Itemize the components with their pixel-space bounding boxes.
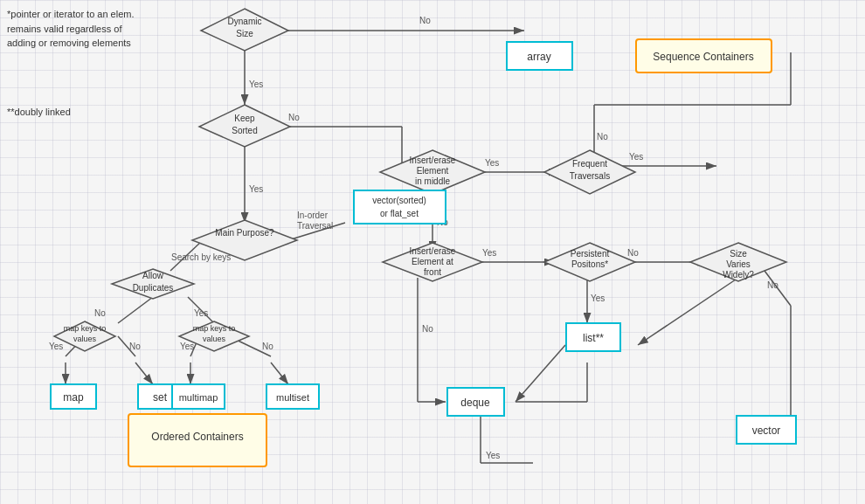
label-no-freq: No: [597, 132, 608, 142]
label-no-map2: No: [262, 342, 273, 351]
label-size1: Size: [730, 249, 747, 259]
label-yes-persist: Yes: [591, 293, 605, 303]
svg-line-18: [271, 362, 288, 384]
label-vsorted2: or flat_set: [380, 209, 419, 218]
label-set: set: [153, 391, 168, 404]
label-dup-l2: Duplicates: [133, 283, 174, 293]
label-mapkl1: map keys to: [64, 324, 107, 333]
pointer-note: *pointer or iterator to an elem. remains…: [7, 7, 142, 51]
label-main1: Main Purpose?: [215, 228, 274, 238]
label-keep1: Keep: [234, 114, 255, 123]
svg-line-38: [516, 345, 565, 402]
label-deque: deque: [460, 397, 490, 409]
flowchart-svg: In-order Traversal Search by keys: [0, 0, 865, 504]
label-ins-fr2: Element at: [412, 257, 453, 266]
label-size2: Varies: [726, 259, 751, 269]
label-freq1: Frequent: [572, 159, 607, 169]
label-yes-keep: Yes: [249, 184, 263, 194]
label-mapkr1: map keys to: [193, 324, 236, 333]
label-yes-freq: Yes: [629, 152, 643, 162]
label-yes-map2: Yes: [180, 342, 194, 351]
label-yes-deque: Yes: [486, 451, 500, 460]
svg-line-32: [638, 278, 738, 345]
label-dup-l1: Allow: [142, 271, 164, 280]
label-yes-dup1: Yes: [194, 308, 208, 318]
label-map: map: [63, 391, 84, 404]
label-no-size: No: [767, 280, 778, 290]
label-freq2: Traversals: [570, 171, 610, 181]
svg-line-9: [118, 297, 153, 323]
label-vector: vector: [752, 425, 781, 437]
label-inorder: In-order: [297, 211, 329, 220]
label-vsorted1: vector(sorted): [372, 196, 426, 205]
label-multiset: multiset: [276, 392, 309, 403]
label-size3: Widely?: [723, 270, 754, 280]
label-ins-fr3: front: [424, 267, 441, 277]
label-dynamic2: Size: [236, 29, 253, 38]
label-traversal: Traversal: [297, 221, 333, 231]
flowchart-canvas: In-order Traversal Search by keys: [0, 0, 865, 504]
label-no-map1: No: [129, 342, 141, 351]
doubly-linked-note: **doubly linked: [7, 105, 71, 120]
label-multimap: multimap: [179, 392, 218, 403]
label-sequence: Sequence Containers: [653, 51, 753, 63]
svg-line-16: [135, 362, 153, 384]
label-no-persist: No: [627, 248, 639, 258]
label-keep2: Sorted: [232, 126, 257, 135]
label-mapkr2: values: [203, 335, 226, 343]
label-ins-fr1: Insert/erase: [410, 246, 456, 256]
label-no-keep: No: [288, 113, 300, 122]
label-persist1: Persistent: [571, 249, 610, 259]
label-ins-mid3: in middle: [415, 176, 450, 186]
label-dynamic1: Dynamic: [228, 17, 262, 26]
label-yes-map1: Yes: [49, 342, 63, 351]
label-no-dup1: No: [94, 308, 106, 318]
label-persist2: Positons*: [571, 259, 608, 269]
label-yes-front: Yes: [482, 248, 496, 258]
label-list: list**: [583, 332, 604, 344]
label-ins-mid2: Element: [417, 166, 449, 176]
label-yes-dynamic: Yes: [249, 79, 263, 89]
label-yes-middle: Yes: [485, 158, 499, 168]
label-ins-mid1: Insert/erase: [410, 155, 456, 165]
label-search: Search by keys: [171, 252, 231, 262]
label-ordered1: Ordered Containers: [151, 431, 243, 443]
label-no-array: No: [419, 16, 431, 25]
label-array: array: [527, 51, 550, 63]
label-no-front: No: [422, 324, 433, 334]
label-mapkl2: values: [73, 335, 97, 343]
